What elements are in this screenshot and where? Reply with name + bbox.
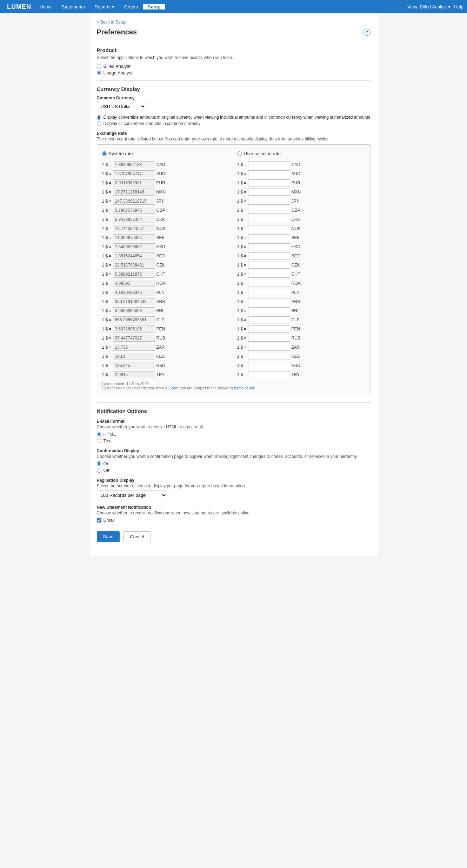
nav-help[interactable]: Help [454,4,463,9]
rate-currency-label-KES: KES [156,354,167,359]
cancel-button[interactable]: Cancel [123,531,151,542]
currency-title: Currency Display [97,81,371,92]
rate-system-input-CLP [113,316,155,323]
rate-user-input-GBP[interactable] [248,207,290,214]
rate-user-input-AUD[interactable] [248,170,290,177]
rate-prefix-12: 1 $ = [102,272,112,277]
rate-user-input-ZAR[interactable] [248,344,290,351]
rate-headers: System rate User selected rate [102,150,365,158]
confirmation-off-label: Off [104,468,109,473]
rate-prefix-2: 1 $ = [102,180,112,185]
rate-user-input-ARS[interactable] [248,298,290,305]
new-statement-block: New Statement Notification Choose whethe… [97,505,371,523]
pagination-label: Pagination Display [97,478,371,483]
common-currency-select[interactable]: USD US Dollar [97,102,146,111]
rate-user-input-EUR[interactable] [248,179,290,186]
new-statement-label: New Statement Notification [97,505,371,510]
rate-user-input-DKK[interactable] [248,216,290,223]
rate-system-input-KES [113,353,155,360]
system-rate-radio[interactable] [102,151,107,156]
rate-row: 1 $ = CAD 1 $ = CAD [102,161,365,168]
rate-row-left: 1 $ = ARS [102,298,230,305]
rate-user-currency-ZAR: ZAR [292,345,302,350]
rate-user-input-CLP[interactable] [248,316,290,323]
xe-link[interactable]: XE.com [165,386,179,390]
confirmation-desc: Choose whether you want a confirmation p… [97,454,371,459]
rate-user-input-BRL[interactable] [248,307,290,314]
rate-user-input-PEN[interactable] [248,326,290,333]
rate-currency-label-NOK: NOK [156,226,167,231]
help-icon[interactable]: ? [363,29,371,36]
rate-row: 1 $ = NOK 1 $ = NOK [102,225,365,232]
nav-home[interactable]: Home [35,4,57,9]
nav-setup[interactable]: Setup [143,4,165,9]
nav-orders[interactable]: Orders [119,4,143,9]
rate-user-input-PLN[interactable] [248,289,290,296]
common-currency-label: Common Currency [97,96,371,100]
rate-prefix-5: 1 $ = [102,208,112,213]
rate-rows-container: 1 $ = CAD 1 $ = CAD 1 $ = AUD 1 $ = AUD [102,161,365,378]
nav-statements[interactable]: Statements [57,4,90,9]
rate-prefix-22: 1 $ = [102,363,112,368]
rate-row: 1 $ = CLP 1 $ = CLP [102,316,365,323]
rate-user-prefix-16: 1 $ = [237,308,247,313]
rate-system-input-ARS [113,298,155,305]
product-radio-billed[interactable] [97,64,101,68]
rate-user-input-CZK[interactable] [248,262,290,269]
currency-radio-common[interactable] [97,121,101,126]
rate-user-input-MXN[interactable] [248,189,290,196]
email-html-radio[interactable] [97,432,101,436]
product-radio-usage[interactable] [97,71,101,75]
rate-user-input-RSD[interactable] [248,362,290,369]
rate-user-input-CHF[interactable] [248,271,290,278]
currency-radio-original[interactable] [97,115,101,120]
nav-reports[interactable]: Reports ▾ [89,4,119,9]
rate-user-currency-SEK: SEK [292,235,302,240]
rate-user-currency-RUB: RUB [292,336,302,341]
email-format-label: E-Mail Format [97,419,371,424]
rate-user-prefix-2: 1 $ = [237,180,247,185]
rate-user-input-TRY[interactable] [248,371,290,378]
rate-system-input-CZK [113,262,155,269]
rate-user-input-HKD[interactable] [248,243,290,250]
rate-system-input-RON [113,280,155,287]
confirmation-off-radio[interactable] [97,468,101,473]
terms-link[interactable]: terms of use [234,386,255,390]
currency-display-option-2: Display all convertible amounts in commo… [97,121,371,126]
rate-user-input-RON[interactable] [248,280,290,287]
rate-user-input-KES[interactable] [248,353,290,360]
save-button[interactable]: Save [97,531,120,542]
button-row: Save Cancel [97,531,371,542]
email-text-radio[interactable] [97,439,101,443]
rate-currency-label-RON: RON [156,281,167,286]
rate-user-input-NOK[interactable] [248,225,290,232]
rate-user-input-CAD[interactable] [248,161,290,168]
back-link[interactable]: < Back to Setup [97,20,127,25]
view-toggle[interactable]: View: Billed Analyst ▾ [407,4,451,9]
pagination-select[interactable]: 100 Records per page 50 Records per page… [97,491,167,500]
rate-row-left: 1 $ = RON [102,280,230,287]
rate-row-right: 1 $ = RUB [237,335,365,342]
rate-row-left: 1 $ = EUR [102,179,230,186]
rate-row-left: 1 $ = DKK [102,216,230,223]
rate-row-left: 1 $ = ZAR [102,344,230,351]
rate-user-input-RUB[interactable] [248,335,290,342]
confirmation-off-option: Off [97,468,371,473]
new-statement-email-checkbox[interactable] [97,518,101,522]
rate-row-right: 1 $ = JPY [237,198,365,205]
rate-row-right: 1 $ = NOK [237,225,365,232]
rate-user-input-SEK[interactable] [248,234,290,241]
rate-system-input-DKK [113,216,155,223]
rate-currency-label-CLP: CLP [156,317,167,322]
rate-user-currency-MXN: MXN [292,190,302,195]
rate-user-prefix-10: 1 $ = [237,254,247,258]
rate-user-input-SGD[interactable] [248,252,290,259]
product-option-billed: Billed Analyst [97,64,371,69]
user-rate-radio[interactable] [237,151,242,156]
user-rate-radio-option: User selected rate [237,151,365,156]
rate-user-prefix-14: 1 $ = [237,290,247,295]
rate-row-left: 1 $ = GBP [102,207,230,214]
rate-user-input-JPY[interactable] [248,198,290,205]
rate-row-left: 1 $ = CAD [102,161,230,168]
confirmation-on-radio[interactable] [97,461,101,466]
